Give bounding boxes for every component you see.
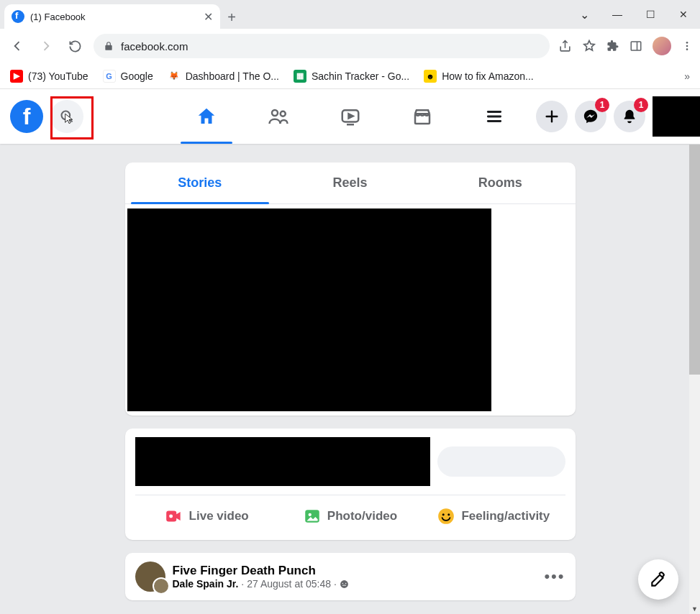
svg-point-16 xyxy=(169,515,173,518)
profile-avatar[interactable] xyxy=(653,37,671,55)
messenger-button[interactable]: 1 xyxy=(575,101,606,132)
browser-titlebar: (1) Facebook ✕ + ⌄ — ☐ ✕ xyxy=(0,0,700,29)
create-button[interactable] xyxy=(536,101,568,132)
tab-rooms[interactable]: Rooms xyxy=(425,162,576,203)
bookmark-youtube[interactable]: ▶ (73) YouTube xyxy=(10,70,88,83)
post-avatar-secondary xyxy=(153,577,170,595)
svg-point-24 xyxy=(345,582,346,583)
nav-menu[interactable] xyxy=(461,89,527,144)
facebook-favicon xyxy=(12,10,24,23)
live-video-button[interactable]: Live video xyxy=(135,501,278,531)
bookmark-dashboard[interactable]: 🦊 Dashboard | The O... xyxy=(168,70,279,83)
google-icon: G xyxy=(103,70,116,83)
scrollbar[interactable] xyxy=(689,145,700,605)
post-title[interactable]: Five Finger Death Punch xyxy=(173,564,349,578)
svg-point-22 xyxy=(340,580,348,588)
post-menu-button[interactable]: ••• xyxy=(544,567,565,586)
nav-friends[interactable] xyxy=(245,89,312,144)
tab-stories[interactable]: Stories xyxy=(125,162,276,203)
svg-point-7 xyxy=(272,110,278,116)
post-avatar[interactable] xyxy=(135,562,165,592)
window-controls: ⌄ — ☐ ✕ xyxy=(568,0,700,29)
post-card: Five Finger Death Punch Dale Spain Jr. ·… xyxy=(125,553,576,600)
tab-reels[interactable]: Reels xyxy=(275,162,425,203)
address-bar[interactable]: facebook.com xyxy=(94,34,550,58)
search-button[interactable] xyxy=(50,100,83,133)
sheets-icon: ▦ xyxy=(294,70,306,83)
close-window-button[interactable]: ✕ xyxy=(667,0,700,29)
center-nav xyxy=(173,89,527,144)
post-author[interactable]: Dale Spain Jr. xyxy=(173,578,239,590)
video-camera-icon xyxy=(165,507,183,526)
facebook-logo[interactable]: f xyxy=(10,100,43,133)
tab-close-icon[interactable]: ✕ xyxy=(204,10,213,24)
new-tab-button[interactable]: + xyxy=(220,6,243,29)
scroll-thumb[interactable] xyxy=(689,145,700,375)
svg-point-18 xyxy=(308,513,311,516)
svg-rect-0 xyxy=(631,42,641,50)
tab-search-icon[interactable]: ⌄ xyxy=(568,0,601,29)
composer-card: Live video Photo/video Feeling/activity xyxy=(125,429,576,540)
notifications-badge: 1 xyxy=(634,98,648,112)
reload-button[interactable] xyxy=(65,36,85,56)
back-button[interactable] xyxy=(7,36,27,56)
post-time: 27 August at 05:48 xyxy=(247,578,331,590)
svg-point-21 xyxy=(448,513,450,516)
forward-button[interactable] xyxy=(36,36,56,56)
svg-point-20 xyxy=(442,513,445,516)
composer-input[interactable] xyxy=(437,446,565,477)
svg-point-4 xyxy=(686,48,688,50)
svg-point-8 xyxy=(280,111,285,116)
nav-watch[interactable] xyxy=(317,89,383,144)
minimize-button[interactable]: — xyxy=(601,0,634,29)
privacy-icon xyxy=(340,579,349,589)
lock-icon xyxy=(104,41,114,51)
svg-point-2 xyxy=(686,42,688,44)
photo-video-button[interactable]: Photo/video xyxy=(278,501,422,531)
svg-point-3 xyxy=(686,45,688,47)
cursor-icon xyxy=(63,113,75,124)
bookmark-google[interactable]: G Google xyxy=(103,70,153,83)
nav-home[interactable] xyxy=(173,89,240,144)
svg-point-23 xyxy=(342,582,343,583)
browser-toolbar: facebook.com xyxy=(0,29,700,63)
compose-fab[interactable] xyxy=(638,559,678,600)
edit-icon xyxy=(649,570,668,589)
feeling-activity-button[interactable]: Feeling/activity xyxy=(422,501,565,531)
chrome-menu-icon[interactable] xyxy=(681,40,693,52)
browser-tab[interactable]: (1) Facebook ✕ xyxy=(4,4,220,29)
notifications-button[interactable]: 1 xyxy=(614,101,645,132)
youtube-icon: ▶ xyxy=(10,70,23,83)
bookmark-amazon[interactable]: ☻ How to fix Amazon... xyxy=(424,70,534,83)
facebook-header: f 1 1 xyxy=(0,89,700,144)
account-area[interactable] xyxy=(653,96,700,137)
extensions-icon[interactable] xyxy=(606,40,619,52)
smiley-icon xyxy=(437,507,455,526)
smile-icon: ☻ xyxy=(424,70,437,83)
bookmark-sheets[interactable]: ▦ Sachin Tracker - Go... xyxy=(294,70,409,83)
stories-card: Stories Reels Rooms xyxy=(125,162,576,416)
sidepanel-icon[interactable] xyxy=(629,40,642,52)
post-meta: Dale Spain Jr. · 27 August at 05:48 · xyxy=(173,578,349,590)
fox-icon: 🦊 xyxy=(168,70,181,83)
maximize-button[interactable]: ☐ xyxy=(634,0,667,29)
stories-content[interactable] xyxy=(127,209,491,411)
photo-icon xyxy=(303,507,322,526)
messenger-badge: 1 xyxy=(595,98,609,112)
share-icon[interactable] xyxy=(558,40,572,53)
bookmarks-bar: ▶ (73) YouTube G Google 🦊 Dashboard | Th… xyxy=(0,63,700,89)
bookmarks-overflow-icon[interactable]: » xyxy=(684,70,690,82)
url-text: facebook.com xyxy=(121,40,188,52)
nav-marketplace[interactable] xyxy=(389,89,455,144)
bookmark-star-icon[interactable] xyxy=(582,39,596,53)
svg-point-19 xyxy=(439,508,455,524)
feed: Stories Reels Rooms Live video Photo/vid… xyxy=(0,144,700,614)
tab-title: (1) Facebook xyxy=(30,12,86,22)
composer-redacted[interactable] xyxy=(135,437,430,486)
scroll-down-arrow[interactable]: ▼ xyxy=(689,603,700,614)
